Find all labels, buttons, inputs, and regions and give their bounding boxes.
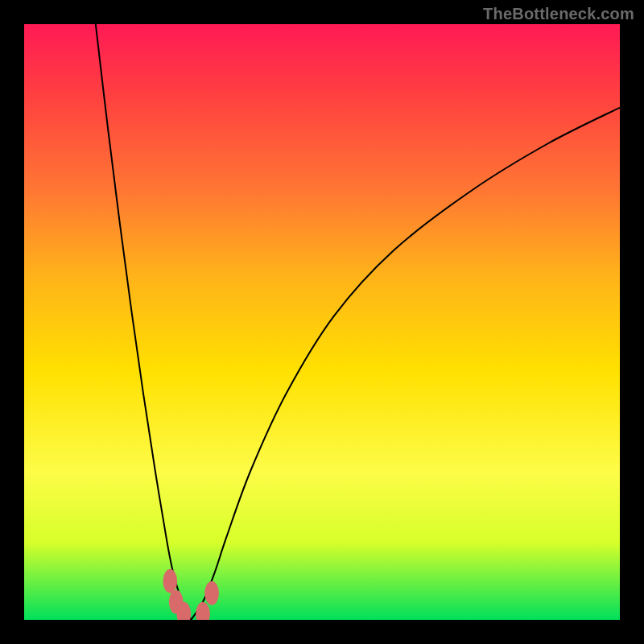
curve-svg — [24, 24, 620, 620]
plot-area — [24, 24, 620, 620]
optimal-marker — [196, 602, 210, 620]
optimal-marker — [163, 569, 177, 593]
optimal-zone-markers — [163, 569, 219, 620]
optimal-marker — [204, 581, 219, 605]
bottleneck-curve-right — [191, 108, 620, 620]
watermark-text: TheBottleneck.com — [483, 5, 634, 23]
chart-frame: TheBottleneck.com — [0, 0, 644, 644]
bottleneck-curve-left — [96, 24, 191, 620]
